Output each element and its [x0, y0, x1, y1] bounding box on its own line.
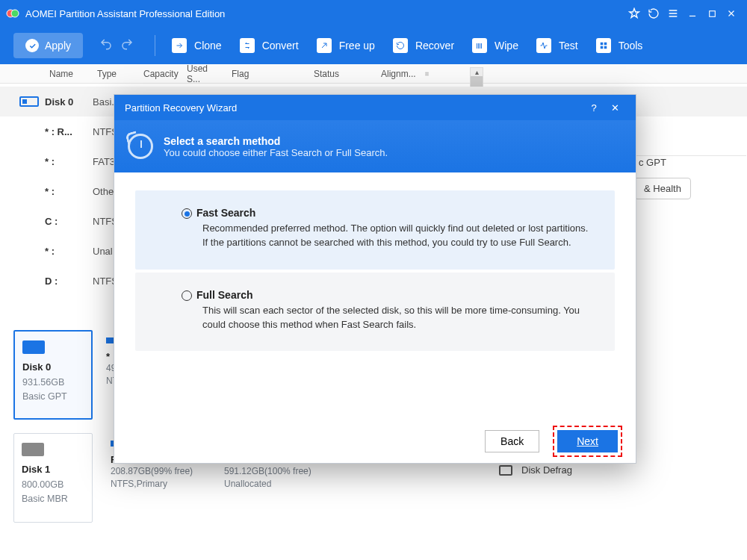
- wizard-footer: Back Next: [114, 420, 636, 463]
- redo-icon[interactable]: [120, 37, 134, 54]
- disk-card[interactable]: Disk 1 800.00GB Basic MBR: [13, 433, 93, 523]
- check-icon: [25, 39, 39, 52]
- wizard-header: Select a search method You could choose …: [114, 120, 636, 172]
- star-icon[interactable]: [624, 4, 644, 23]
- wizard-heading: Select a search method: [164, 135, 388, 147]
- tool-test[interactable]: Test: [530, 33, 584, 58]
- app-title: AOMEI Partition Assistant Professional E…: [25, 8, 624, 19]
- main-toolbar: Apply Clone Convert Free up Recover Wipe…: [0, 27, 747, 64]
- col-capacity[interactable]: Capacity: [139, 69, 182, 79]
- menu-icon[interactable]: [663, 4, 683, 23]
- tools-icon: [596, 38, 611, 53]
- close-button[interactable]: [722, 4, 741, 23]
- disk-icon: [22, 443, 44, 456]
- disk-meta-gpt: c GPT: [639, 157, 666, 168]
- minimize-button[interactable]: [683, 4, 702, 23]
- svg-point-1: [11, 10, 19, 17]
- recover-icon: [393, 38, 408, 53]
- titlebar: AOMEI Partition Assistant Professional E…: [0, 0, 747, 27]
- wizard-subheading: You could choose either Fast Search or F…: [164, 147, 388, 158]
- svg-rect-4: [604, 43, 607, 45]
- tool-wipe[interactable]: Wipe: [466, 33, 524, 58]
- option-full-search[interactable]: Full Search This will scan each sector o…: [135, 273, 615, 352]
- svg-rect-5: [601, 46, 603, 49]
- maximize-button[interactable]: [702, 4, 722, 23]
- wizard-titlebar: Partition Recovery Wizard ? ✕: [114, 95, 636, 120]
- list-view-icon[interactable]: [420, 69, 435, 78]
- test-icon: [536, 38, 551, 53]
- tool-freeup[interactable]: Free up: [311, 33, 381, 58]
- close-icon[interactable]: ✕: [604, 102, 625, 113]
- radio-icon[interactable]: [182, 290, 192, 301]
- convert-icon: [240, 38, 255, 53]
- app-logo-icon: [6, 7, 19, 20]
- svg-rect-6: [604, 46, 607, 49]
- apply-button[interactable]: Apply: [13, 33, 83, 58]
- svg-rect-2: [709, 10, 715, 16]
- partition-recovery-wizard: Partition Recovery Wizard ? ✕ Select a s…: [114, 94, 636, 464]
- tool-convert[interactable]: Convert: [234, 33, 305, 58]
- help-icon[interactable]: ?: [583, 102, 604, 113]
- highlight-annotation: Next: [553, 426, 622, 457]
- disk-cards: Disk 0 931.56GB Basic GPT * : 499 NTF: [13, 330, 125, 420]
- disk-icon: [19, 96, 39, 107]
- wipe-icon: [472, 38, 487, 53]
- wizard-title: Partition Recovery Wizard: [125, 102, 237, 113]
- clock-icon: [128, 134, 153, 159]
- next-button[interactable]: Next: [557, 430, 618, 452]
- tool-clone[interactable]: Clone: [166, 33, 228, 58]
- freeup-icon: [317, 38, 332, 53]
- col-status[interactable]: Status: [309, 69, 376, 79]
- apply-label: Apply: [45, 40, 71, 52]
- disk-icon: [22, 340, 45, 354]
- disk-card[interactable]: Disk 0 931.56GB Basic GPT: [13, 330, 93, 420]
- column-headers: Name Type Capacity Used S... Flag Status…: [0, 64, 747, 84]
- col-name[interactable]: Name: [45, 69, 93, 79]
- undo-icon[interactable]: [99, 37, 113, 54]
- col-type[interactable]: Type: [93, 69, 139, 79]
- col-alignment[interactable]: Alignm...: [376, 69, 420, 79]
- scroll-up-icon[interactable]: ▴: [471, 68, 483, 76]
- defrag-icon: [499, 465, 512, 476]
- disk-defrag-item[interactable]: Disk Defrag: [499, 464, 572, 476]
- col-flag[interactable]: Flag: [227, 69, 309, 79]
- tool-recover[interactable]: Recover: [387, 33, 460, 58]
- refresh-icon[interactable]: [644, 4, 663, 23]
- back-button[interactable]: Back: [485, 430, 539, 452]
- clone-icon: [172, 38, 187, 53]
- svg-rect-3: [601, 43, 603, 45]
- option-fast-search[interactable]: Fast Search Recommended preferred method…: [135, 190, 615, 270]
- health-button[interactable]: & Health: [634, 178, 691, 199]
- col-used[interactable]: Used S...: [182, 63, 227, 84]
- radio-icon[interactable]: [182, 208, 192, 219]
- tool-tools[interactable]: Tools: [590, 33, 649, 58]
